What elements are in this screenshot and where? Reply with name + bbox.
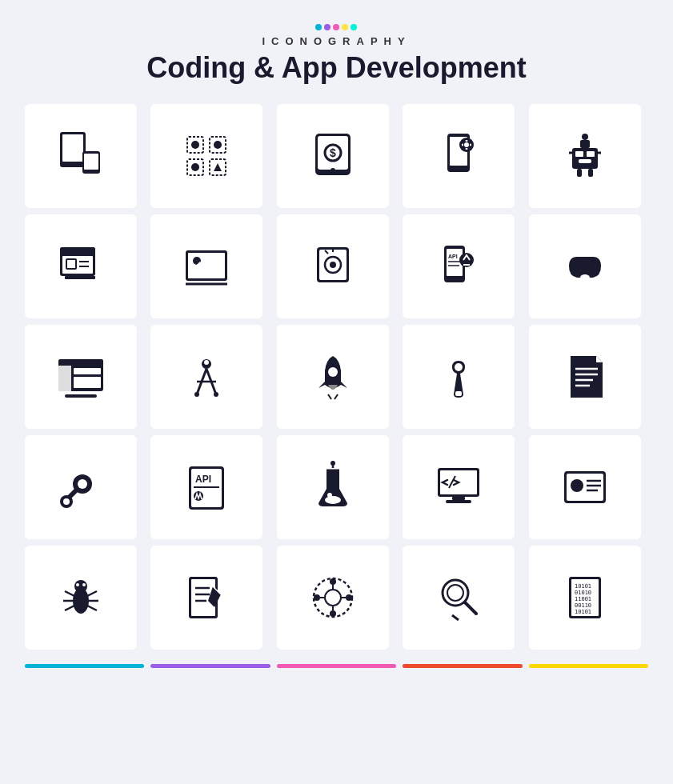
icon-browser-box xyxy=(25,214,137,318)
svg-rect-34 xyxy=(580,140,590,148)
svg-rect-77 xyxy=(65,394,97,398)
svg-point-62 xyxy=(453,277,456,280)
footer-bar-cyan xyxy=(25,664,145,668)
svg-text:10101: 10101 xyxy=(575,583,591,590)
icon-binary-code: 1010101010110010011010101 xyxy=(529,546,641,650)
svg-point-115 xyxy=(571,479,583,492)
svg-point-71 xyxy=(580,274,590,281)
icon-wrench-tool xyxy=(403,325,515,429)
icon-monitor-code xyxy=(403,435,515,539)
icon-notebook-pencil xyxy=(150,546,262,650)
svg-point-22 xyxy=(330,168,335,173)
svg-point-85 xyxy=(328,367,338,377)
svg-line-121 xyxy=(65,591,74,596)
page-header: ICONOGRAPHY Coding & App Development xyxy=(146,24,527,85)
svg-point-29 xyxy=(464,142,469,147)
icon-grid: $ API API xyxy=(25,104,649,650)
icon-api-document: API xyxy=(150,435,262,539)
svg-point-97 xyxy=(63,498,70,505)
brand-name: ICONOGRAPHY xyxy=(146,35,527,47)
svg-line-124 xyxy=(87,591,97,596)
svg-point-84 xyxy=(204,360,209,365)
dot-purple xyxy=(324,24,330,30)
svg-rect-111 xyxy=(452,497,465,500)
icon-compass-tool xyxy=(150,325,262,429)
svg-point-137 xyxy=(330,578,336,585)
svg-line-123 xyxy=(65,606,74,610)
svg-point-35 xyxy=(582,134,588,140)
icon-robot xyxy=(529,104,641,208)
icon-wrench-gear xyxy=(25,435,137,539)
svg-point-14 xyxy=(191,141,199,149)
svg-text:00110: 00110 xyxy=(575,602,591,609)
svg-rect-33 xyxy=(579,159,591,163)
icon-profile-card xyxy=(529,435,641,539)
svg-rect-46 xyxy=(65,276,95,279)
svg-rect-5 xyxy=(70,164,76,166)
svg-point-128 xyxy=(82,583,86,586)
icon-mobile-code xyxy=(25,104,137,208)
icon-dollar-app: $ xyxy=(277,104,389,208)
svg-text:01010: 01010 xyxy=(575,590,591,596)
icon-chemistry-flask xyxy=(277,435,389,539)
icon-code-document xyxy=(529,325,641,429)
svg-rect-32 xyxy=(587,151,595,157)
svg-point-68 xyxy=(587,265,591,269)
footer-bar-pink xyxy=(277,664,397,668)
svg-text:API: API xyxy=(195,474,211,485)
svg-rect-112 xyxy=(446,500,471,503)
icon-image-landscape xyxy=(150,214,262,318)
svg-point-95 xyxy=(78,479,87,489)
footer-bar-red xyxy=(403,664,523,668)
icon-network-circle xyxy=(277,546,389,650)
svg-point-105 xyxy=(327,493,332,498)
svg-point-139 xyxy=(330,610,336,617)
svg-point-27 xyxy=(457,166,460,170)
svg-point-120 xyxy=(74,580,87,593)
svg-rect-38 xyxy=(577,169,582,177)
svg-text:10101: 10101 xyxy=(575,609,591,615)
svg-rect-39 xyxy=(588,169,593,177)
svg-marker-17 xyxy=(214,163,222,171)
svg-point-136 xyxy=(325,590,341,606)
svg-line-147 xyxy=(465,602,476,614)
svg-rect-31 xyxy=(575,151,583,157)
svg-point-54 xyxy=(330,262,336,268)
svg-rect-41 xyxy=(60,247,95,254)
icon-gamepad xyxy=(529,214,641,318)
svg-line-87 xyxy=(334,394,338,399)
footer-bar-purple xyxy=(150,664,270,668)
svg-line-86 xyxy=(328,394,331,399)
icon-browser-layout xyxy=(25,325,137,429)
svg-point-16 xyxy=(191,163,199,171)
svg-point-69 xyxy=(594,265,598,269)
icon-design-tool xyxy=(277,214,389,318)
icon-components xyxy=(150,104,262,208)
svg-rect-48 xyxy=(188,253,225,278)
svg-rect-30 xyxy=(572,148,598,169)
footer-bar-yellow xyxy=(529,664,649,668)
svg-rect-74 xyxy=(58,366,71,391)
svg-point-140 xyxy=(314,594,320,601)
svg-rect-89 xyxy=(455,391,462,396)
svg-text:11001: 11001 xyxy=(575,596,591,602)
dot-yellow xyxy=(342,24,348,30)
icon-api-mobile: API xyxy=(403,214,515,318)
svg-rect-75 xyxy=(74,368,101,374)
svg-point-107 xyxy=(330,461,335,466)
svg-point-70 xyxy=(591,268,595,272)
svg-text:$: $ xyxy=(330,146,336,159)
svg-point-67 xyxy=(591,262,595,266)
dot-teal xyxy=(351,24,357,30)
dot-cyan xyxy=(315,24,322,30)
svg-rect-1 xyxy=(62,134,83,162)
svg-text:API: API xyxy=(448,254,458,259)
icon-search-magnify xyxy=(403,546,515,650)
svg-rect-66 xyxy=(578,261,580,267)
svg-point-146 xyxy=(447,585,463,601)
svg-point-127 xyxy=(76,583,79,586)
brand-dots xyxy=(146,24,527,30)
footer-bars xyxy=(25,664,649,668)
svg-rect-73 xyxy=(58,359,103,366)
page-title: Coding & App Development xyxy=(146,50,527,85)
